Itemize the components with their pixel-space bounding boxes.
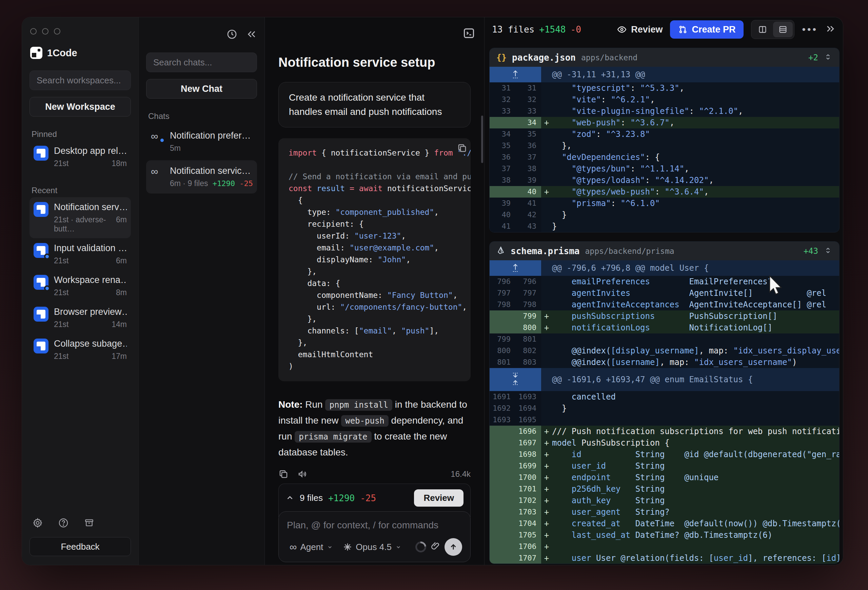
agent-mode-dropdown[interactable]: ∞ Agent	[287, 540, 336, 555]
diff-sign: +	[541, 310, 552, 322]
split-view-toggle[interactable]	[753, 22, 772, 37]
new-workspace-button[interactable]: New Workspace	[30, 97, 131, 116]
read-aloud-icon[interactable]	[297, 469, 307, 479]
diff-row: 1706+	[490, 541, 839, 552]
lines-removed-label: -25	[360, 493, 376, 503]
feedback-button[interactable]: Feedback	[30, 537, 131, 556]
diff-code: },	[552, 140, 839, 152]
attach-file-icon[interactable]	[430, 541, 440, 553]
code-line: },	[289, 337, 471, 349]
diff-row: 3839 "@types/lodash": "^4.14.202",	[490, 175, 839, 186]
unread-dot-badge	[159, 137, 165, 143]
new-line-number: 34	[515, 117, 541, 128]
diff-sign	[541, 175, 552, 186]
review-button[interactable]: Review	[617, 24, 663, 35]
workspace-search-input[interactable]	[30, 71, 131, 90]
inline-code-chip: pnpm install	[325, 399, 392, 411]
collapse-panel-icon[interactable]	[246, 29, 257, 40]
workspace-list-item[interactable]: Input validation …21st6m	[30, 238, 131, 270]
diff-file-header[interactable]: schema.prismaapps/backend/prisma+43	[490, 241, 839, 260]
diff-row: 4143}	[490, 221, 839, 232]
diff-row: 797797 agentInvites AgentInvite[] @rel	[490, 287, 839, 299]
copy-message-icon[interactable]	[278, 469, 289, 479]
workspace-item-date: 21st	[54, 352, 68, 361]
files-count-label: 9 files	[300, 493, 323, 503]
close-window-button[interactable]	[30, 28, 37, 35]
new-chat-button[interactable]: New Chat	[146, 79, 257, 99]
workspace-item-body: Workspace rena…21st8m	[54, 275, 127, 297]
minimize-window-button[interactable]	[42, 28, 49, 35]
diff-row: 801803 @@index([username], map: "idx_use…	[490, 356, 839, 368]
expand-hunk-icon[interactable]	[512, 372, 519, 387]
code-line: const result = await notificationService…	[289, 182, 471, 194]
old-line-number: 41	[490, 221, 515, 232]
unified-view-toggle[interactable]	[773, 22, 793, 37]
diff-sign: +	[541, 483, 552, 495]
collapse-file-icon[interactable]	[824, 246, 833, 256]
workspace-item-time: 6m	[116, 215, 127, 234]
diff-sign: +	[541, 426, 552, 437]
json-file-icon: {}	[496, 53, 506, 62]
diff-panel: 13 files +1548 -0 Review Create PR	[484, 17, 843, 565]
diff-code: user User @relation(fields: [user_id], r…	[552, 552, 839, 564]
old-line-number: 1692	[490, 403, 515, 414]
history-clock-icon[interactable]	[226, 29, 237, 40]
old-line-number: 1691	[490, 391, 515, 403]
lines-added-label: +1290	[328, 493, 355, 503]
diff-sign: +	[541, 460, 552, 472]
new-line-number: 796	[515, 276, 541, 287]
message-input[interactable]	[287, 520, 462, 531]
old-line-number	[490, 449, 515, 460]
zoom-window-button[interactable]	[54, 28, 61, 35]
expand-hunk-up-icon[interactable]	[512, 67, 519, 82]
workspace-list-item[interactable]: Browser preview…21st14m	[30, 302, 131, 334]
diff-row: 798798 agentInviteAcceptances AgentInvit…	[490, 299, 839, 310]
chat-scrollbar[interactable]	[481, 116, 483, 163]
old-line-number	[490, 322, 515, 334]
expand-hunk-up-icon[interactable]	[512, 260, 519, 276]
chat-list-item[interactable]: ∞Notification servic…6m · 9 files +1290 …	[146, 160, 257, 194]
more-options-icon[interactable]: •••	[802, 24, 818, 35]
new-line-number: 1703	[515, 506, 541, 518]
generation-spinner	[413, 539, 428, 555]
split-columns-icon	[758, 25, 767, 34]
collapse-file-icon[interactable]	[824, 53, 833, 63]
new-line-number: 800	[515, 322, 541, 334]
workspace-list-item[interactable]: Collapse subage…21st17m	[30, 334, 131, 366]
chat-list-item[interactable]: ∞Notification prefer…5m	[146, 125, 257, 158]
hunk-sign-spacer	[541, 260, 552, 276]
diff-code: model PushSubscription {	[552, 437, 839, 449]
chevron-up-icon[interactable]	[285, 494, 294, 503]
new-line-number: 1701	[515, 483, 541, 495]
send-message-button[interactable]	[444, 538, 462, 556]
workspace-list-item[interactable]: Desktop app rel…21st18m	[30, 141, 131, 173]
copy-code-icon[interactable]	[457, 143, 467, 154]
collapse-diff-panel-icon[interactable]	[825, 24, 836, 35]
old-line-number: 37	[490, 163, 515, 175]
diff-row: 1697+model PushSubscription {	[490, 437, 839, 449]
new-line-number: 43	[515, 221, 541, 232]
workspace-list-item[interactable]: Notification serv…21st · adverse-butt…6m	[30, 197, 131, 238]
diff-code: "@types/bun": "^1.1.14",	[552, 163, 839, 175]
model-dropdown[interactable]: Opus 4.5	[340, 540, 404, 555]
code-line: {	[289, 194, 471, 206]
diff-file-header[interactable]: {}package.jsonapps/backend+2	[490, 48, 839, 67]
help-icon[interactable]	[58, 518, 69, 528]
terminal-panel-icon[interactable]	[462, 27, 475, 40]
create-pr-button[interactable]: Create PR	[670, 20, 744, 39]
diff-layout-toggle	[751, 20, 794, 39]
app-logo: 1Code	[30, 47, 130, 59]
workspace-icon	[34, 338, 49, 353]
diff-row: 1704+ created_at DateTime @default(now()…	[490, 518, 839, 529]
settings-gear-icon[interactable]	[32, 518, 43, 528]
code-line: displayName: "John",	[289, 254, 471, 266]
diff-row: 1702+ auth_key String	[490, 495, 839, 506]
chat-item-time: 6m · 9 files	[170, 179, 208, 188]
chat-search-input[interactable]	[146, 53, 257, 72]
workspace-list-item[interactable]: Workspace rena…21st8m	[30, 270, 131, 302]
new-line-number: 798	[515, 299, 541, 310]
archive-icon[interactable]	[84, 518, 94, 528]
diff-sign	[541, 197, 552, 209]
review-changes-button[interactable]: Review	[414, 489, 464, 507]
new-line-number: 36	[515, 140, 541, 152]
